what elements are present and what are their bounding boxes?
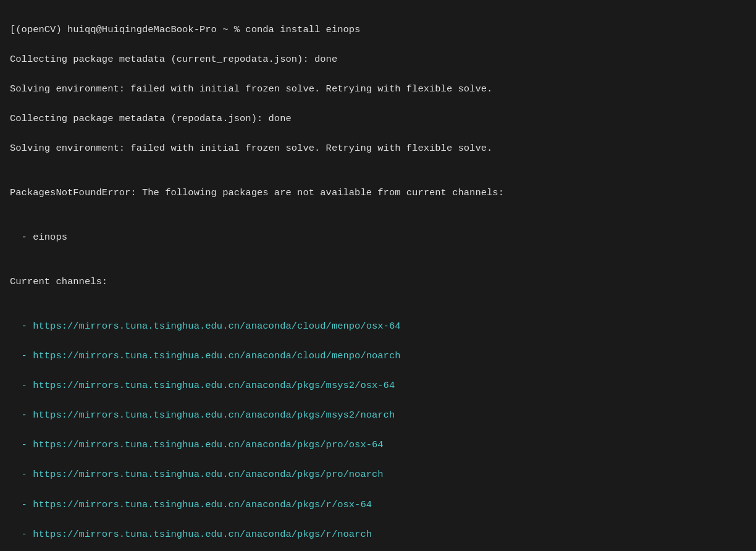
terminal-text-line: Current channels: [10,274,746,289]
terminal-empty-line [10,304,746,319]
terminal-text-line: Solving environment: failed with initial… [10,82,746,96]
terminal-url-line: - https://mirrors.tuna.tsinghua.edu.cn/a… [10,437,746,452]
terminal-url-line: - https://mirrors.tuna.tsinghua.edu.cn/a… [10,527,746,542]
terminal-text-line: Collecting package metadata (repodata.js… [10,111,746,126]
terminal-url-line: - https://mirrors.tuna.tsinghua.edu.cn/a… [10,408,746,423]
terminal-empty-line [10,215,746,230]
terminal-url-line: - https://mirrors.tuna.tsinghua.edu.cn/a… [10,467,746,482]
terminal-text-line: - einops [10,230,746,245]
terminal-url-line: - https://mirrors.tuna.tsinghua.edu.cn/a… [10,348,746,363]
terminal-empty-line [10,259,746,274]
terminal-window: [(openCV) huiqq@HuiqingdeMacBook-Pro ~ %… [0,0,756,551]
terminal-text-line: Solving environment: failed with initial… [10,141,746,156]
terminal-text-line: PackagesNotFoundError: The following pac… [10,185,746,200]
terminal-text-line: Collecting package metadata (current_rep… [10,52,746,67]
terminal-url-line: - https://mirrors.tuna.tsinghua.edu.cn/a… [10,497,746,512]
terminal-empty-line [10,170,746,185]
terminal-url-line: - https://mirrors.tuna.tsinghua.edu.cn/a… [10,319,746,334]
terminal-url-line: - https://mirrors.tuna.tsinghua.edu.cn/a… [10,378,746,393]
terminal-text-line: [(openCV) huiqq@HuiqingdeMacBook-Pro ~ %… [10,22,746,37]
